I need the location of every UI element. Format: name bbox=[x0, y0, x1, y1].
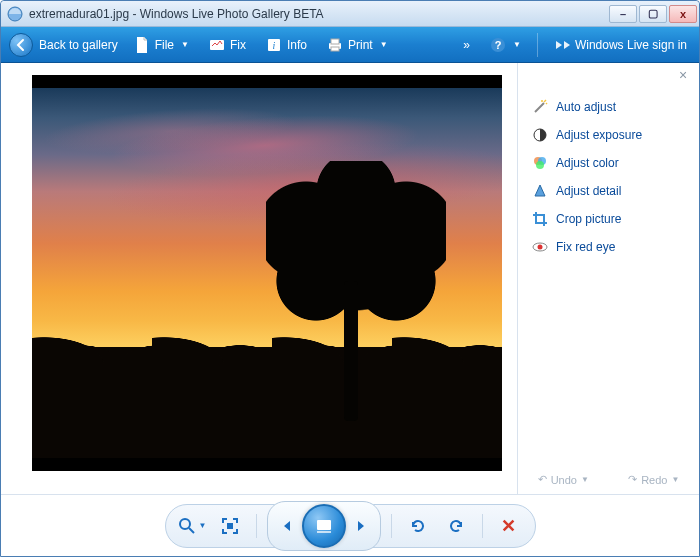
svg-point-15 bbox=[180, 519, 190, 529]
minimize-button[interactable]: – bbox=[609, 5, 637, 23]
separator bbox=[482, 514, 483, 538]
maximize-button[interactable]: ▢ bbox=[639, 5, 667, 23]
adjust-color-option[interactable]: Adjust color bbox=[524, 149, 693, 177]
file-icon bbox=[134, 37, 150, 53]
fix-item-label: Fix red eye bbox=[556, 240, 615, 254]
separator bbox=[537, 33, 538, 57]
zoom-button[interactable]: ▼ bbox=[176, 510, 208, 542]
separator bbox=[256, 514, 257, 538]
sharpen-icon bbox=[532, 183, 548, 199]
redo-icon: ↷ bbox=[628, 473, 637, 486]
magnifier-icon bbox=[177, 516, 197, 536]
crop-picture-option[interactable]: Crop picture bbox=[524, 205, 693, 233]
separator bbox=[391, 514, 392, 538]
back-to-gallery-button[interactable]: Back to gallery bbox=[9, 33, 118, 57]
photo-image[interactable] bbox=[32, 88, 502, 458]
fix-panel: × Auto adjust Adjust exposure Adjust col… bbox=[517, 63, 699, 494]
chevron-down-icon: ▼ bbox=[581, 475, 589, 484]
svg-rect-6 bbox=[331, 47, 339, 51]
svg-rect-16 bbox=[227, 523, 233, 529]
chevron-down-icon: ▼ bbox=[199, 521, 207, 530]
bottom-controls: ▼ ✕ bbox=[1, 494, 699, 556]
sign-in-button[interactable]: Windows Live sign in bbox=[550, 35, 691, 55]
chevron-double-right-icon: » bbox=[463, 38, 470, 52]
fix-item-label: Adjust detail bbox=[556, 184, 621, 198]
chevron-down-icon: ▼ bbox=[671, 475, 679, 484]
fit-to-window-button[interactable] bbox=[214, 510, 246, 542]
titlebar: extremadura01.jpg - Windows Live Photo G… bbox=[1, 1, 699, 27]
next-button[interactable] bbox=[346, 510, 378, 542]
next-icon bbox=[354, 518, 370, 534]
fix-item-label: Crop picture bbox=[556, 212, 621, 226]
prev-icon bbox=[278, 518, 294, 534]
auto-adjust-option[interactable]: Auto adjust bbox=[524, 93, 693, 121]
chevron-down-icon: ▼ bbox=[181, 40, 189, 49]
undo-redo-bar: ↶ Undo ▼ ↷ Redo ▼ bbox=[518, 473, 699, 486]
rotate-cw-icon bbox=[447, 517, 465, 535]
redo-button[interactable]: ↷ Redo ▼ bbox=[628, 473, 679, 486]
print-icon bbox=[327, 37, 343, 53]
svg-rect-17 bbox=[317, 520, 331, 530]
crop-icon bbox=[532, 211, 548, 227]
window: extremadura01.jpg - Windows Live Photo G… bbox=[0, 0, 700, 557]
fix-button[interactable]: Fix bbox=[205, 35, 250, 55]
svg-point-12 bbox=[536, 161, 544, 169]
svg-text:i: i bbox=[273, 40, 276, 51]
fix-options-list: Auto adjust Adjust exposure Adjust color… bbox=[524, 93, 693, 261]
fix-item-label: Adjust color bbox=[556, 156, 619, 170]
file-menu[interactable]: File▼ bbox=[130, 35, 193, 55]
rotate-left-button[interactable] bbox=[402, 510, 434, 542]
photo-frame bbox=[32, 75, 502, 471]
redeye-icon bbox=[532, 239, 548, 255]
chevron-down-icon: ▼ bbox=[513, 40, 521, 49]
content-area: × Auto adjust Adjust exposure Adjust col… bbox=[1, 63, 699, 494]
signin-icon bbox=[554, 37, 570, 53]
close-panel-button[interactable]: × bbox=[675, 67, 691, 83]
fit-icon bbox=[221, 517, 239, 535]
close-button[interactable]: x bbox=[669, 5, 697, 23]
svg-rect-5 bbox=[331, 39, 339, 44]
window-controls: – ▢ x bbox=[607, 5, 697, 23]
back-arrow-icon bbox=[9, 33, 33, 57]
slideshow-icon bbox=[314, 516, 334, 536]
delete-button[interactable]: ✕ bbox=[493, 510, 525, 542]
help-menu[interactable]: ? ▼ bbox=[486, 35, 525, 55]
fix-item-label: Auto adjust bbox=[556, 100, 616, 114]
contrast-icon bbox=[532, 127, 548, 143]
adjust-detail-option[interactable]: Adjust detail bbox=[524, 177, 693, 205]
delete-icon: ✕ bbox=[501, 515, 516, 537]
fix-red-eye-option[interactable]: Fix red eye bbox=[524, 233, 693, 261]
window-title: extremadura01.jpg - Windows Live Photo G… bbox=[29, 7, 607, 21]
print-menu[interactable]: Print▼ bbox=[323, 35, 392, 55]
svg-text:?: ? bbox=[495, 39, 502, 51]
info-icon: i bbox=[266, 37, 282, 53]
fix-icon bbox=[209, 37, 225, 53]
overflow-button[interactable]: » bbox=[459, 36, 474, 54]
back-label: Back to gallery bbox=[39, 38, 118, 52]
playback-controls: ▼ ✕ bbox=[165, 504, 536, 548]
fix-item-label: Adjust exposure bbox=[556, 128, 642, 142]
svg-point-14 bbox=[538, 245, 543, 250]
svg-rect-18 bbox=[317, 531, 331, 533]
app-icon bbox=[7, 6, 23, 22]
adjust-exposure-option[interactable]: Adjust exposure bbox=[524, 121, 693, 149]
help-icon: ? bbox=[490, 37, 506, 53]
toolbar: Back to gallery File▼ Fix i Info Print▼ … bbox=[1, 27, 699, 63]
wand-icon bbox=[532, 99, 548, 115]
chevron-down-icon: ▼ bbox=[380, 40, 388, 49]
undo-icon: ↶ bbox=[538, 473, 547, 486]
color-icon bbox=[532, 155, 548, 171]
previous-button[interactable] bbox=[270, 510, 302, 542]
photo-viewport bbox=[1, 63, 517, 494]
info-button[interactable]: i Info bbox=[262, 35, 311, 55]
undo-button[interactable]: ↶ Undo ▼ bbox=[538, 473, 589, 486]
slideshow-button[interactable] bbox=[302, 504, 346, 548]
rotate-ccw-icon bbox=[409, 517, 427, 535]
rotate-right-button[interactable] bbox=[440, 510, 472, 542]
